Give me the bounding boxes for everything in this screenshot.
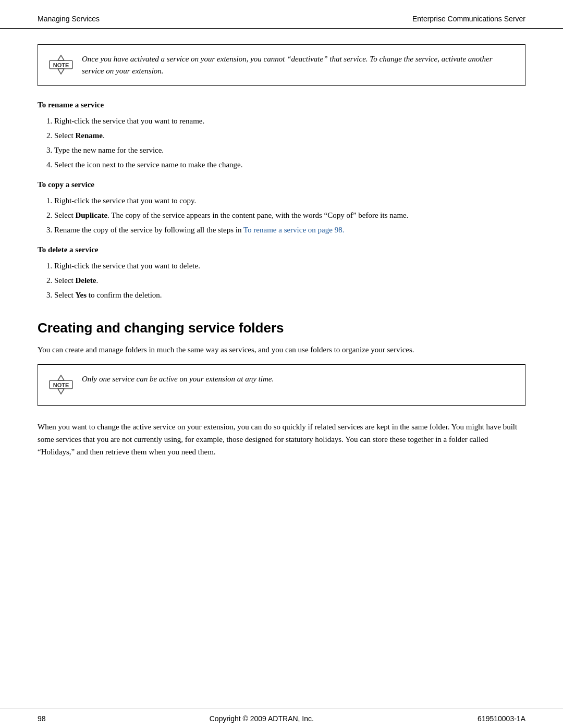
yes-bold: Yes (75, 291, 87, 299)
note-symbol-icon-2: NOTE (48, 374, 74, 395)
major-intro: You can create and manage folders in muc… (38, 343, 525, 356)
note-symbol-icon: NOTE (48, 54, 74, 75)
svg-text:NOTE: NOTE (53, 382, 69, 388)
note-box-2: NOTE Only one service can be active on y… (38, 364, 525, 406)
rename-bold: Rename (75, 131, 103, 140)
page: Managing Services Enterprise Communicati… (0, 0, 563, 728)
svg-marker-2 (58, 55, 64, 60)
footer-copyright: Copyright © 2009 ADTRAN, Inc. (210, 714, 314, 723)
copy-step-1: Right-click the service that you want to… (54, 194, 525, 207)
body-paragraph: When you want to change the active servi… (38, 421, 525, 458)
content-area: NOTE Once you have activated a service o… (0, 29, 563, 498)
copy-heading: To copy a service (38, 180, 525, 189)
delete-steps-list: Right-click the service that you want to… (54, 260, 525, 301)
header-right: Enterprise Communications Server (412, 15, 525, 23)
delete-step-3: Select Yes to confirm the deletion. (54, 289, 525, 301)
svg-marker-6 (58, 375, 64, 380)
note-icon-1: NOTE (48, 54, 74, 77)
note-text-1: Once you have activated a service on you… (82, 53, 515, 77)
rename-step-1: Right-click the service that you want to… (54, 115, 525, 127)
page-header: Managing Services Enterprise Communicati… (0, 0, 563, 29)
rename-step-2: Select Rename. (54, 129, 525, 142)
rename-heading: To rename a service (38, 101, 525, 109)
page-footer: 98 Copyright © 2009 ADTRAN, Inc. 6195100… (0, 709, 563, 728)
copy-step-2: Select Duplicate. The copy of the servic… (54, 209, 525, 221)
note-icon-2: NOTE (48, 374, 74, 397)
note-text-2: Only one service can be active on your e… (82, 373, 274, 385)
svg-marker-3 (58, 69, 64, 74)
note-box-1: NOTE Once you have activated a service o… (38, 44, 525, 86)
delete-step-1: Right-click the service that you want to… (54, 260, 525, 272)
header-left: Managing Services (38, 15, 100, 23)
copy-step-3: Rename the copy of the service by follow… (54, 224, 525, 236)
footer-page-number: 98 (38, 714, 46, 723)
delete-heading: To delete a service (38, 245, 525, 254)
rename-step-3: Type the new name for the service. (54, 144, 525, 156)
svg-text:NOTE: NOTE (53, 62, 69, 68)
copy-bold: Duplicate (75, 211, 107, 219)
major-heading: Creating and changing service folders (38, 320, 525, 336)
rename-step-4: Select the icon next to the service name… (54, 158, 525, 171)
rename-service-link[interactable]: To rename a service on page 98. (243, 226, 344, 234)
rename-steps-list: Right-click the service that you want to… (54, 115, 525, 171)
copy-steps-list: Right-click the service that you want to… (54, 194, 525, 236)
delete-step-2: Select Delete. (54, 274, 525, 287)
footer-doc-number: 619510003-1A (478, 714, 525, 723)
delete-bold: Delete (75, 276, 96, 285)
svg-marker-7 (58, 389, 64, 394)
